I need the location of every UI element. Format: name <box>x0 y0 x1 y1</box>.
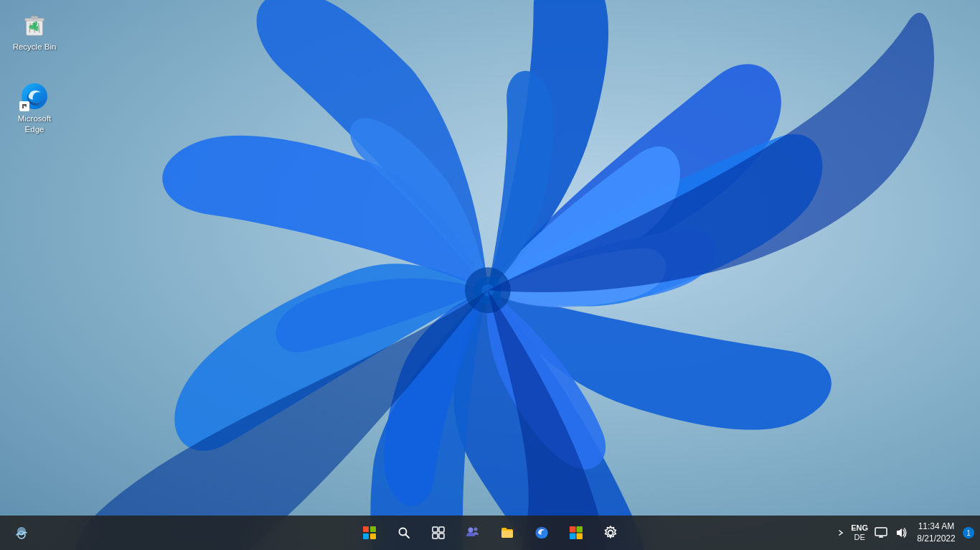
svg-rect-13 <box>370 526 376 532</box>
weather-widget[interactable] <box>6 517 37 549</box>
settings-button[interactable] <box>595 517 626 549</box>
svg-rect-18 <box>433 527 438 532</box>
svg-rect-26 <box>570 533 576 540</box>
svg-rect-12 <box>363 526 369 532</box>
file-explorer-button[interactable] <box>491 517 523 549</box>
recycle-bin-label: Recycle Bin <box>13 42 57 52</box>
notification-button[interactable]: 1 <box>963 527 974 539</box>
edge-taskbar-button[interactable] <box>526 517 557 549</box>
svg-point-23 <box>474 528 478 531</box>
svg-point-22 <box>468 528 473 533</box>
clock-time: 11:34 AM <box>918 521 955 533</box>
recycle-bin-icon[interactable]: Recycle Bin <box>6 7 63 55</box>
svg-rect-28 <box>875 528 887 536</box>
svg-rect-14 <box>363 533 369 539</box>
svg-rect-27 <box>577 533 583 540</box>
monitor-icon <box>874 526 888 540</box>
language-indicator[interactable]: ENG DE <box>848 516 871 550</box>
svg-rect-25 <box>577 526 583 533</box>
taskbar-right: ENG DE <box>835 516 980 550</box>
search-button[interactable] <box>388 517 420 549</box>
language-line2: DE <box>854 533 864 542</box>
svg-rect-15 <box>370 533 376 539</box>
edge-image <box>20 82 49 111</box>
svg-rect-20 <box>433 533 438 539</box>
taskbar-left <box>0 517 57 549</box>
taskbar: ENG DE <box>0 516 980 550</box>
recycle-bin-image <box>20 10 49 39</box>
volume-button[interactable] <box>891 516 911 550</box>
microsoft-edge-icon[interactable]: Microsoft Edge <box>6 79 63 138</box>
taskbar-center <box>354 517 626 549</box>
show-hidden-icons-button[interactable] <box>835 517 847 549</box>
svg-rect-6 <box>31 17 38 19</box>
store-button[interactable] <box>560 517 592 549</box>
teams-button[interactable] <box>457 517 489 549</box>
svg-rect-24 <box>570 526 576 533</box>
display-settings-button[interactable] <box>871 516 891 550</box>
clock-display[interactable]: 11:34 AM 8/21/2022 <box>911 516 961 550</box>
edge-label: Microsoft Edge <box>9 113 60 135</box>
volume-icon <box>894 526 908 540</box>
shortcut-arrow <box>19 101 29 111</box>
clock-date: 8/21/2022 <box>917 533 955 545</box>
svg-line-17 <box>406 535 410 539</box>
task-view-button[interactable] <box>423 517 454 549</box>
svg-rect-21 <box>439 533 444 539</box>
notification-count: 1 <box>966 529 971 537</box>
start-button[interactable] <box>354 517 385 549</box>
system-tray: ENG DE <box>848 516 974 550</box>
desktop: Recycle Bin <box>0 0 980 516</box>
svg-rect-19 <box>439 527 444 532</box>
language-line1: ENG <box>851 523 868 533</box>
